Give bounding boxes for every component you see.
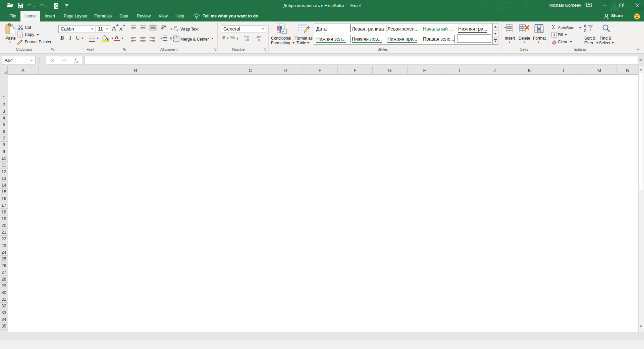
svg-text:.0: .0 bbox=[258, 38, 260, 42]
svg-text:Z: Z bbox=[584, 29, 586, 33]
svg-text:x: x bbox=[76, 60, 78, 63]
svg-text:c: c bbox=[174, 29, 175, 32]
svg-text:.00: .00 bbox=[245, 38, 249, 42]
svg-text:A: A bbox=[584, 24, 587, 29]
svg-text:≠: ≠ bbox=[282, 30, 284, 34]
